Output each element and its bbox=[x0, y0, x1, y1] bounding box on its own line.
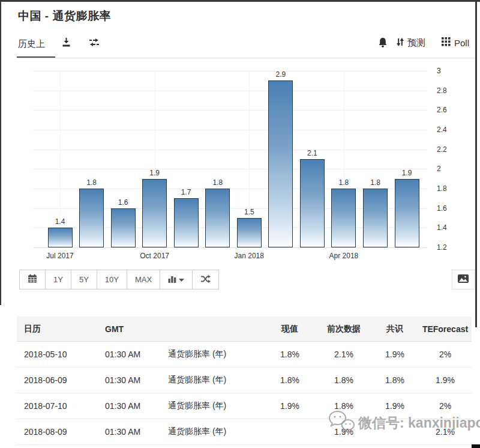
tabbar-divider bbox=[17, 58, 475, 58]
bar-value-label: 1.8 bbox=[77, 178, 107, 187]
range-1y-button[interactable]: 1Y bbox=[45, 270, 71, 289]
cell-previous bbox=[317, 445, 371, 448]
export-image-button[interactable] bbox=[452, 270, 475, 289]
column-header-date: 日历 bbox=[17, 316, 98, 342]
poll-link[interactable]: Poll bbox=[442, 37, 469, 48]
x-tick-label: Jan 2018 bbox=[222, 252, 276, 260]
y-tick-label: 1.6 bbox=[437, 204, 461, 213]
chart-bar bbox=[363, 189, 388, 247]
cell-event: 通货膨胀率 (年) bbox=[161, 393, 263, 419]
cell-event: 通货膨胀率 (年) bbox=[161, 445, 263, 448]
image-icon bbox=[458, 274, 469, 285]
cell-previous: 1.8% bbox=[317, 393, 371, 419]
bar-value-label: 1.4 bbox=[45, 217, 75, 226]
cell-gmt: 01:30 AM bbox=[98, 445, 161, 448]
y-tick-label: 2.8 bbox=[437, 86, 461, 95]
calendar-range-button[interactable] bbox=[19, 270, 46, 289]
cell-date: 2018-07-10 bbox=[17, 393, 98, 419]
gridline-h bbox=[33, 150, 427, 150]
cell-consensus bbox=[371, 445, 419, 448]
chart-bar bbox=[111, 208, 136, 247]
y-tick-label: 2 bbox=[437, 165, 461, 173]
bar-value-label: 2.9 bbox=[266, 70, 296, 79]
chart-bar bbox=[395, 179, 419, 247]
table-row: 2018-06-0901:30 AM通货膨胀率 (年)1.8%1.8%1.8%1… bbox=[17, 368, 472, 393]
frame-border-top bbox=[0, 0, 480, 2]
cell-event: 通货膨胀率 (年) bbox=[161, 342, 263, 368]
bar-value-label: 1.9 bbox=[392, 169, 422, 177]
tab-history[interactable]: 历史上 bbox=[18, 38, 45, 50]
bar-chart-icon bbox=[168, 274, 176, 285]
sort-arrows-icon bbox=[396, 37, 404, 49]
compare-series-button[interactable] bbox=[192, 270, 219, 289]
cell-gmt: 01:30 AM bbox=[98, 419, 161, 445]
chart-bar bbox=[48, 228, 73, 247]
range-5y-button[interactable]: 5Y bbox=[71, 270, 97, 289]
table-row: 2018-08-0901:30 AM通货膨胀率 (年)1.9%2.1% bbox=[17, 419, 472, 445]
cell-teforecast: 2.2% bbox=[419, 445, 472, 448]
alerts-button[interactable] bbox=[378, 37, 388, 50]
cell-consensus: 1.8% bbox=[371, 368, 419, 393]
table-header-row: 日历GMT现值前次数据共识TEForecast bbox=[17, 316, 472, 342]
y-tick-label: 3 bbox=[437, 67, 461, 75]
compare-button[interactable] bbox=[88, 38, 100, 49]
bell-icon bbox=[378, 37, 388, 50]
gridline-h bbox=[33, 110, 427, 110]
calendar-table-header: 日历GMT现值前次数据共识TEForecast bbox=[17, 316, 472, 342]
chart-bar bbox=[174, 198, 199, 247]
gridline-h bbox=[33, 130, 427, 130]
forecast-link[interactable]: 预测 bbox=[396, 37, 425, 49]
cell-gmt: 01:30 AM bbox=[98, 368, 161, 393]
compare-arrows-icon bbox=[88, 38, 100, 49]
y-tick-label: 2.6 bbox=[437, 106, 461, 114]
cell-actual bbox=[263, 445, 317, 448]
bar-value-label: 1.8 bbox=[329, 178, 359, 187]
cell-teforecast: 2.1% bbox=[419, 419, 472, 445]
gridline-h bbox=[33, 247, 427, 248]
poll-label: Poll bbox=[454, 38, 469, 48]
chart-bar bbox=[268, 80, 293, 247]
range-max-button[interactable]: MAX bbox=[127, 270, 160, 289]
download-button[interactable] bbox=[61, 37, 71, 50]
bar-value-label: 1.5 bbox=[234, 208, 264, 216]
shuffle-icon bbox=[200, 274, 211, 285]
range-10y-button[interactable]: 10Y bbox=[97, 270, 127, 289]
chart-toolbar: 1Y 5Y 10Y MAX bbox=[19, 270, 219, 289]
y-tick-label: 2.2 bbox=[437, 145, 461, 154]
cell-previous: 2.1% bbox=[317, 342, 371, 368]
cell-teforecast: 1.9% bbox=[419, 368, 472, 393]
chart-bar bbox=[300, 159, 325, 247]
bar-value-label: 1.8 bbox=[203, 178, 233, 187]
calendar-table: 日历GMT现值前次数据共识TEForecast 2018-05-1001:30 … bbox=[17, 316, 472, 448]
column-header-previous: 前次数据 bbox=[317, 316, 371, 342]
table-row: 2018-09-1001:30 AM通货膨胀率 (年)2.2% bbox=[17, 445, 472, 448]
bar-value-label: 1.9 bbox=[140, 169, 170, 177]
cell-date: 2018-05-10 bbox=[17, 342, 98, 368]
chart-bar bbox=[331, 189, 356, 247]
gridline-h bbox=[33, 71, 427, 71]
calendar-icon bbox=[28, 274, 37, 285]
download-icon bbox=[61, 37, 71, 50]
x-tick-label: Apr 2018 bbox=[317, 252, 371, 260]
cell-previous: 1.8% bbox=[317, 368, 371, 393]
cell-date: 2018-06-09 bbox=[17, 368, 98, 393]
column-header-consensus: 共识 bbox=[371, 316, 419, 342]
column-header-actual: 现值 bbox=[263, 316, 317, 342]
chart-bar bbox=[237, 218, 262, 247]
chart-type-dropdown[interactable] bbox=[160, 270, 193, 289]
calendar-table-body: 2018-05-1001:30 AM通货膨胀率 (年)1.8%2.1%1.9%2… bbox=[17, 342, 472, 448]
cell-actual: 1.8% bbox=[263, 368, 317, 393]
y-tick-label: 1.2 bbox=[437, 243, 461, 252]
bar-value-label: 2.1 bbox=[297, 149, 327, 157]
column-header-event bbox=[161, 316, 263, 342]
y-tick-label: 2.4 bbox=[437, 126, 461, 134]
inflation-bar-chart: 1.21.41.61.822.22.42.62.83Jul 2017Oct 20… bbox=[0, 63, 480, 267]
caret-down-icon bbox=[179, 275, 184, 284]
cell-actual bbox=[263, 419, 317, 445]
column-header-gmt: GMT bbox=[98, 316, 161, 342]
chart-bar bbox=[142, 179, 167, 247]
cell-actual: 1.8% bbox=[263, 342, 317, 368]
cell-date: 2018-08-09 bbox=[17, 419, 98, 445]
table-row: 2018-07-1001:30 AM通货膨胀率 (年)1.9%1.8%1.9%2… bbox=[17, 393, 472, 419]
grid-icon bbox=[442, 37, 451, 48]
